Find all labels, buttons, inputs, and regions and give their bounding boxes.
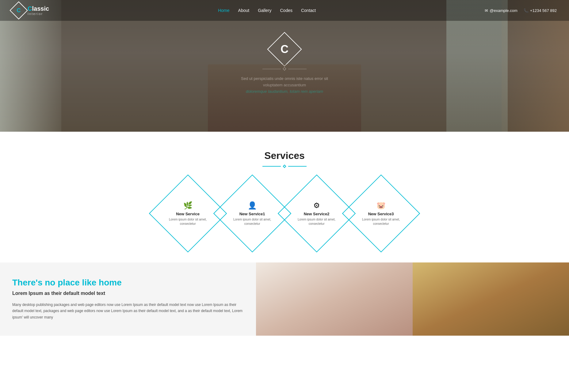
bedroom-sim [413, 262, 569, 336]
home-heading: There's no place like home [12, 278, 244, 288]
logo-diamond: C [10, 1, 28, 19]
home-bedroom-image [413, 262, 569, 336]
home-subheading: Lorem Ipsum as their default model text [12, 291, 244, 296]
sink [278, 287, 391, 302]
nav-item-home[interactable]: Home [218, 8, 229, 13]
service-card-inner-2: ⚙ New Service2 Lorem ipsum dolor sit ame… [290, 198, 344, 229]
nav-item-about[interactable]: About [238, 8, 250, 13]
service-name-2: New Service2 [293, 212, 341, 216]
service-name-3: New Service3 [357, 212, 405, 216]
nav-item-codes[interactable]: Codes [280, 8, 292, 13]
logo-letter: C [17, 7, 21, 14]
toilet [325, 311, 343, 336]
service-icon-3: 🐷 [357, 201, 405, 210]
services-section: Services 🌿 New Service Lorem ipsum dolor… [0, 132, 569, 262]
divider-line-right [288, 166, 307, 167]
hero-logo-diamond: C [267, 32, 302, 66]
service-name-1: New Service1 [228, 212, 276, 216]
service-card-inner-1: 👤 New Service1 Lorem ipsum dolor sit ame… [225, 198, 279, 229]
service-desc-0: Lorem ipsum dolor sit amet, consectetur [164, 217, 212, 226]
phone-icon: 📞 [524, 8, 529, 13]
nav-contact: ✉ @example.com 📞 +1234 567 892 [485, 8, 557, 13]
bedroom-bg [413, 262, 569, 336]
service-icon-0: 🌿 [164, 201, 212, 210]
service-desc-2: Lorem ipsum dolor sit amet, consectetur [293, 217, 341, 226]
service-card-inner-0: 🌿 New Service Lorem ipsum dolor sit amet… [161, 198, 215, 229]
accent-red [281, 282, 290, 301]
navbar: C Classic Interior Home About Gallery Co… [0, 0, 569, 21]
home-section: There's no place like home Lorem Ipsum a… [0, 262, 569, 336]
logo-subtitle: Interior [28, 12, 49, 16]
service-card-3: 🐷 New Service3 Lorem ipsum dolor sit ame… [342, 175, 420, 253]
nav-link-contact[interactable]: Contact [301, 8, 316, 13]
nav-phone: 📞 +1234 567 892 [524, 8, 557, 13]
bathroom-sim [256, 262, 412, 336]
service-desc-3: Lorem ipsum dolor sit amet, consectetur [357, 217, 405, 226]
service-card-inner-3: 🐷 New Service3 Lorem ipsum dolor sit ame… [354, 198, 408, 229]
hero-logo-letter: C [281, 43, 288, 56]
nav-links: Home About Gallery Codes Contact [218, 8, 316, 13]
logo-text-block: Classic Interior [28, 5, 49, 16]
divider-line-left [262, 166, 281, 167]
nav-link-about[interactable]: About [238, 8, 250, 13]
nav-link-codes[interactable]: Codes [280, 8, 292, 13]
service-icon-2: ⚙ [293, 201, 341, 210]
logo-brand: Classic [28, 5, 49, 12]
email-icon: ✉ [485, 8, 488, 13]
nav-link-gallery[interactable]: Gallery [258, 8, 271, 13]
bed [208, 64, 361, 132]
service-icon-1: 👤 [228, 201, 276, 210]
nav-item-gallery[interactable]: Gallery [258, 8, 271, 13]
bed-cover [428, 285, 553, 310]
divider-diamond [283, 164, 286, 168]
services-title: Services [12, 150, 557, 161]
nav-link-home[interactable]: Home [218, 8, 229, 13]
home-body: Many desktop publishing packages and web… [12, 302, 244, 320]
services-divider [12, 165, 557, 168]
service-desc-1: Lorem ipsum dolor sit amet, consectetur [228, 217, 276, 226]
services-grid: 🌿 New Service Lorem ipsum dolor sit amet… [12, 183, 557, 244]
lamp-light [533, 273, 545, 286]
logo: C Classic Interior [12, 4, 49, 17]
home-text-col: There's no place like home Lorem Ipsum a… [0, 262, 256, 336]
nav-email: ✉ @example.com [485, 8, 517, 13]
home-bathroom-image [256, 262, 412, 336]
nav-item-contact[interactable]: Contact [301, 8, 316, 13]
service-name-0: New Service [164, 212, 212, 216]
bathroom-fixture [272, 281, 397, 336]
